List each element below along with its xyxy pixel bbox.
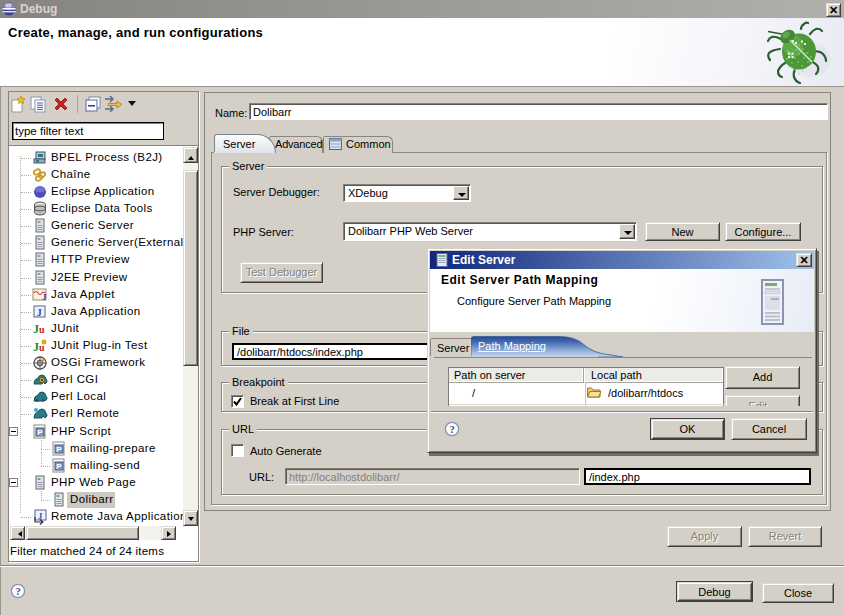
svg-text:?: ?: [15, 586, 20, 597]
svg-text:P: P: [56, 445, 62, 454]
svg-text:?: ?: [449, 424, 454, 435]
svg-text:P: P: [56, 462, 62, 471]
svg-text:u: u: [39, 324, 45, 335]
svg-text:J: J: [42, 292, 47, 302]
svg-text:J: J: [37, 307, 42, 318]
